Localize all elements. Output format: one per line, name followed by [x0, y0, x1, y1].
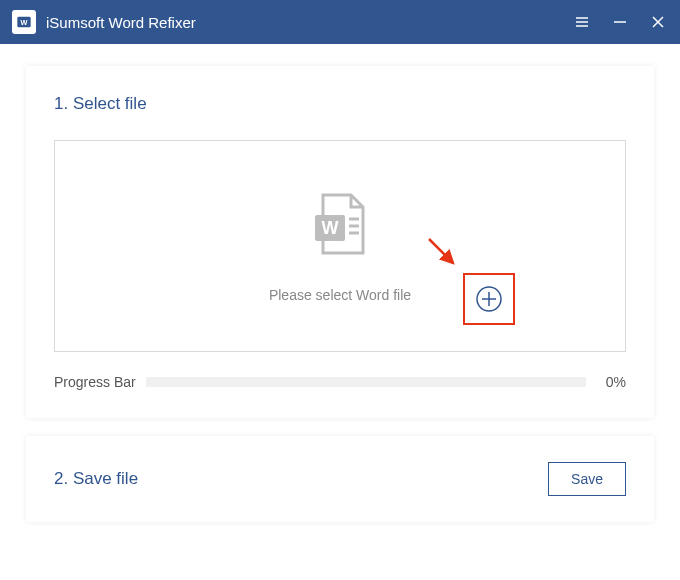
plus-circle-icon [475, 285, 503, 313]
content-area: 1. Select file W Please select Word file [0, 44, 680, 522]
progress-percent: 0% [596, 374, 626, 390]
progress-label: Progress Bar [54, 374, 136, 390]
section2-title: 2. Save file [54, 469, 138, 489]
app-title: iSumsoft Word Refixer [46, 14, 196, 31]
annotation-arrow [423, 233, 463, 277]
svg-text:W: W [322, 218, 339, 238]
add-file-button[interactable] [473, 283, 505, 315]
progress-row: Progress Bar 0% [54, 374, 626, 390]
app-logo: W [12, 10, 36, 34]
titlebar: W iSumsoft Word Refixer [0, 0, 680, 44]
word-file-icon: W [305, 189, 375, 263]
progress-bar [146, 377, 586, 387]
hamburger-icon [574, 14, 590, 30]
minimize-icon [612, 14, 628, 30]
word-logo-icon: W [16, 14, 32, 30]
window-controls [572, 12, 668, 32]
minimize-button[interactable] [610, 12, 630, 32]
select-file-panel: 1. Select file W Please select Word file [26, 66, 654, 418]
save-button[interactable]: Save [548, 462, 626, 496]
svg-line-16 [429, 239, 453, 263]
section1-title: 1. Select file [54, 94, 626, 114]
dropzone-text: Please select Word file [269, 287, 411, 303]
save-file-panel: 2. Save file Save [26, 436, 654, 522]
close-icon [650, 14, 666, 30]
svg-text:W: W [21, 18, 28, 27]
close-button[interactable] [648, 12, 668, 32]
menu-button[interactable] [572, 12, 592, 32]
file-dropzone[interactable]: W Please select Word file [54, 140, 626, 352]
